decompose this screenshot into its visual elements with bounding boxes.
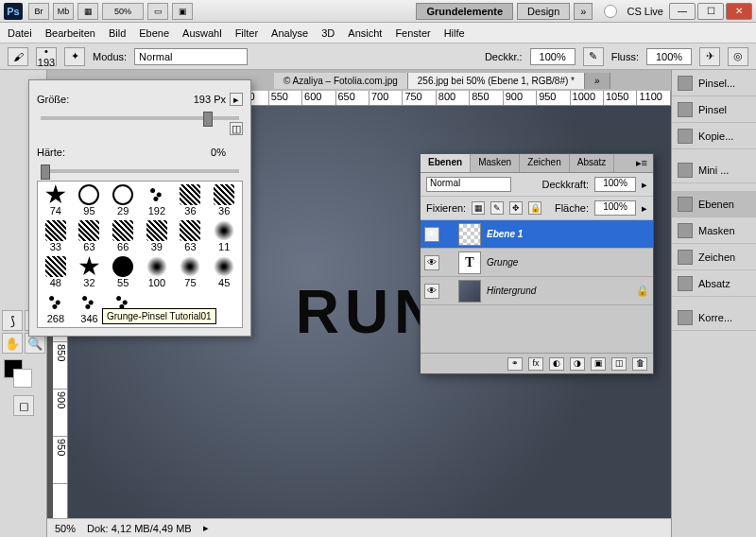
- document-tab-2[interactable]: 256.jpg bei 50% (Ebene 1, RGB/8#) *: [408, 73, 585, 89]
- panel-shortcut-pinsel[interactable]: Pinsel: [672, 96, 756, 123]
- menu-analyse[interactable]: Analyse: [271, 27, 308, 39]
- menu-datei[interactable]: Datei: [8, 27, 32, 39]
- brush-preset-346[interactable]: 346: [74, 291, 106, 325]
- status-zoom[interactable]: 50%: [55, 523, 76, 534]
- brush-preset-39[interactable]: 39: [141, 219, 173, 253]
- workspace-design[interactable]: Design: [517, 3, 570, 20]
- tablet-size-icon[interactable]: ◎: [728, 47, 748, 66]
- view-extras-icon[interactable]: ▦: [77, 3, 98, 20]
- adjustment-layer-icon[interactable]: ◑: [570, 357, 585, 371]
- panel-tab-absatz[interactable]: Absatz: [570, 154, 615, 172]
- panel-tab-ebenen[interactable]: Ebenen: [421, 154, 471, 172]
- menu-ansicht[interactable]: Ansicht: [348, 27, 382, 39]
- screen-mode-icon[interactable]: ▣: [172, 3, 193, 20]
- bridge-icon[interactable]: Br: [28, 3, 49, 20]
- brush-preset-36[interactable]: 36: [208, 183, 240, 217]
- panel-tab-masken[interactable]: Masken: [471, 154, 520, 172]
- brush-preset-11[interactable]: 11: [208, 219, 240, 253]
- visibility-toggle-icon[interactable]: 👁: [424, 227, 439, 242]
- document-tab-1[interactable]: © Azaliya – Fotolia.com.jpg: [274, 73, 408, 89]
- brush-preset-63[interactable]: 63: [74, 219, 106, 253]
- close-button[interactable]: ✕: [726, 3, 752, 20]
- lock-all-icon[interactable]: 🔒: [528, 201, 541, 215]
- brush-preset-36[interactable]: 36: [175, 183, 207, 217]
- brush-preset-100[interactable]: 100: [141, 255, 173, 289]
- menu-fenster[interactable]: Fenster: [395, 27, 430, 39]
- brush-preset-95[interactable]: 95: [74, 183, 106, 217]
- popup-flyout-icon[interactable]: ▸: [230, 93, 243, 106]
- brush-hardness-slider[interactable]: [41, 169, 239, 173]
- brush-preset-55[interactable]: 55: [107, 255, 139, 289]
- menu-bearbeiten[interactable]: Bearbeiten: [45, 27, 95, 39]
- lock-position-icon[interactable]: ✥: [509, 201, 523, 215]
- panel-shortcut-ebenen[interactable]: Ebenen: [672, 191, 756, 217]
- blend-mode-select[interactable]: Normal: [134, 48, 248, 65]
- brush-preset-48[interactable]: 48: [40, 255, 72, 289]
- visibility-toggle-icon[interactable]: 👁: [424, 284, 439, 299]
- flow-field[interactable]: 100%: [646, 48, 692, 65]
- brush-preset-75[interactable]: 75: [175, 255, 207, 289]
- brush-preset-45[interactable]: 45: [208, 255, 240, 289]
- panel-shortcut-pinsel[interactable]: Pinsel...: [672, 70, 756, 96]
- maximize-button[interactable]: ☐: [697, 3, 724, 20]
- panel-shortcut-absatz[interactable]: Absatz: [672, 270, 756, 297]
- tablet-opacity-icon[interactable]: ✎: [583, 47, 604, 66]
- opacity-field[interactable]: 100%: [530, 48, 576, 65]
- brush-panel-toggle-icon[interactable]: ✦: [64, 47, 85, 66]
- menu-3d[interactable]: 3D: [321, 27, 335, 39]
- brush-tool-icon[interactable]: 🖌: [8, 47, 28, 66]
- brush-preset-66[interactable]: 66: [107, 219, 139, 253]
- cslive-icon[interactable]: [604, 5, 617, 18]
- menu-auswahl[interactable]: Auswahl: [182, 27, 222, 39]
- layer-item[interactable]: 👁TGrunge: [421, 249, 653, 277]
- visibility-toggle-icon[interactable]: 👁: [424, 255, 439, 270]
- brush-preset-74[interactable]: 74: [40, 183, 72, 217]
- lasso-tool-icon[interactable]: ⟆: [2, 310, 23, 331]
- layer-fx-icon[interactable]: fx: [528, 357, 543, 371]
- panel-shortcut-masken[interactable]: Masken: [672, 217, 756, 244]
- new-preset-icon[interactable]: ◫: [230, 122, 243, 135]
- hand-tool-icon[interactable]: ✋: [2, 333, 23, 354]
- cslive-label[interactable]: CS Live: [627, 6, 663, 17]
- panel-shortcut-zeichen[interactable]: Zeichen: [672, 244, 756, 270]
- quickmask-icon[interactable]: ◻: [13, 395, 34, 416]
- layer-fill-field[interactable]: 100%: [594, 200, 636, 216]
- layer-opacity-field[interactable]: 100%: [594, 177, 636, 192]
- layer-blend-mode-select[interactable]: Normal: [426, 177, 511, 192]
- brush-size-slider[interactable]: [41, 116, 239, 120]
- brush-size-value[interactable]: 193 Px: [179, 94, 226, 105]
- menu-hilfe[interactable]: Hilfe: [444, 27, 465, 39]
- panel-menu-icon[interactable]: ▸≡: [630, 154, 653, 172]
- brush-preset-33[interactable]: 33: [40, 219, 72, 253]
- new-layer-icon[interactable]: ◫: [611, 357, 627, 371]
- workspace-grundelemente[interactable]: Grundelemente: [416, 3, 513, 20]
- link-layers-icon[interactable]: ⚭: [507, 357, 523, 371]
- panel-shortcut-mini[interactable]: Mini ...: [672, 157, 756, 183]
- airbrush-icon[interactable]: ✈: [699, 47, 720, 66]
- lock-pixels-icon[interactable]: ✎: [490, 201, 504, 215]
- document-tabs-overflow[interactable]: »: [585, 73, 610, 89]
- brush-hardness-value[interactable]: 0%: [179, 147, 226, 158]
- workspace-more[interactable]: »: [574, 3, 593, 20]
- menu-bild[interactable]: Bild: [109, 27, 126, 39]
- background-color[interactable]: [13, 369, 32, 388]
- zoom-select[interactable]: 50%: [102, 3, 144, 20]
- layer-item[interactable]: 👁Ebene 1: [421, 220, 653, 249]
- menu-ebene[interactable]: Ebene: [139, 27, 169, 39]
- brush-preset-268[interactable]: 268: [40, 291, 72, 325]
- panel-shortcut-korre[interactable]: Korre...: [672, 304, 756, 331]
- brush-preset-192[interactable]: 192: [141, 183, 173, 217]
- delete-layer-icon[interactable]: 🗑: [632, 357, 647, 371]
- menu-filter[interactable]: Filter: [235, 27, 258, 39]
- brush-preset-picker[interactable]: •193: [36, 47, 57, 66]
- minibridge-icon[interactable]: Mb: [53, 3, 74, 20]
- panel-shortcut-kopie[interactable]: Kopie...: [672, 123, 756, 149]
- brush-preset-63[interactable]: 63: [175, 219, 207, 253]
- brush-preset-32[interactable]: 32: [74, 255, 106, 289]
- brush-preset-29[interactable]: 29: [107, 183, 139, 217]
- arrange-icon[interactable]: ▭: [147, 3, 168, 20]
- layer-item[interactable]: 👁Hintergrund🔒: [421, 277, 653, 305]
- layer-mask-icon[interactable]: ◐: [549, 357, 564, 371]
- panel-tab-zeichen[interactable]: Zeichen: [520, 154, 570, 172]
- minimize-button[interactable]: —: [669, 3, 696, 20]
